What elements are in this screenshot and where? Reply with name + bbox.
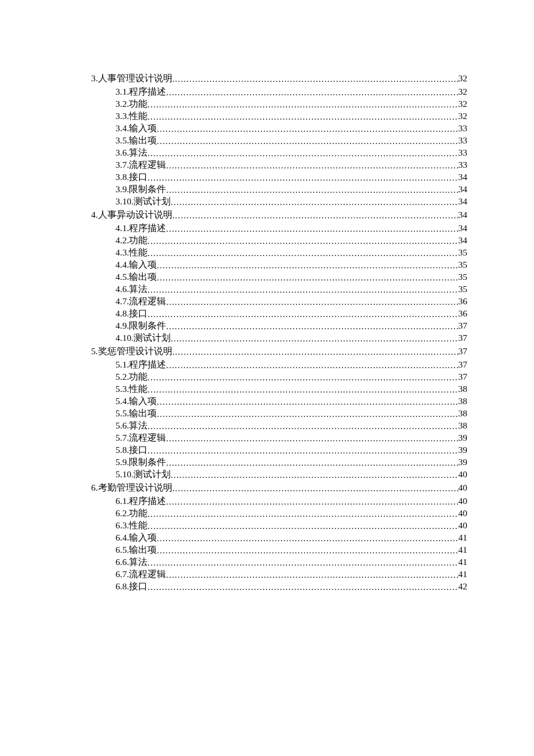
toc-entry-page: 34	[459, 185, 468, 194]
toc-leader-dots	[157, 534, 458, 543]
toc-entry: 6.5.输出项41	[67, 545, 467, 555]
toc-entry-page: 41	[459, 557, 468, 567]
toc-entry-label: 3.7.流程逻辑	[116, 160, 166, 170]
toc-entry-label: 5.奖惩管理设计说明	[91, 347, 172, 356]
toc-entry-page: 36	[459, 309, 468, 318]
toc-entry: 3.10.测试计划34	[67, 197, 467, 206]
toc-entry: 5.10.测试计划40	[67, 470, 467, 479]
toc-entry-page: 33	[459, 124, 468, 133]
toc-entry-page: 37	[459, 333, 468, 343]
toc-leader-dots	[147, 286, 458, 294]
toc-entry: 6.考勤管理设计说明40	[67, 483, 467, 492]
toc-leader-dots	[157, 410, 458, 419]
toc-entry: 4.10.测试计划37	[67, 333, 467, 343]
toc-entry-page: 37	[459, 321, 468, 330]
toc-entry-label: 3.4.输入项	[116, 124, 157, 133]
toc-leader-dots	[166, 361, 458, 370]
table-of-contents: 3.人事管理设计说明323.1.程序描述323.2.功能323.3.性能323.…	[67, 74, 467, 591]
toc-entry-label: 6.2.功能	[116, 509, 147, 518]
toc-entry-page: 34	[459, 236, 468, 245]
toc-entry-label: 5.1.程序描述	[116, 360, 166, 369]
toc-entry-label: 4.2.功能	[116, 236, 147, 245]
toc-entry-label: 4.8.接口	[116, 309, 147, 318]
toc-entry-page: 40	[459, 521, 468, 530]
toc-entry: 3.1.程序描述32	[67, 87, 467, 96]
toc-entry-page: 38	[459, 421, 468, 430]
toc-entry-page: 41	[459, 545, 468, 555]
toc-entry-label: 5.7.流程逻辑	[116, 433, 166, 442]
toc-entry-page: 41	[459, 533, 468, 542]
toc-leader-dots	[171, 198, 459, 207]
toc-entry-page: 32	[459, 99, 468, 109]
toc-entry-page: 34	[459, 210, 468, 219]
toc-entry-page: 33	[459, 136, 468, 145]
toc-leader-dots	[147, 249, 458, 258]
toc-entry: 4.7.流程逻辑36	[67, 297, 467, 306]
toc-leader-dots	[147, 174, 458, 182]
toc-entry-page: 34	[459, 197, 468, 206]
toc-entry-label: 3.1.程序描述	[116, 87, 166, 96]
toc-leader-dots	[147, 583, 458, 592]
toc-entry-label: 4.7.流程逻辑	[116, 297, 166, 306]
toc-entry-page: 40	[459, 470, 468, 479]
toc-entry-label: 3.10.测试计划	[116, 197, 171, 206]
toc-entry-label: 4.4.输入项	[116, 260, 157, 269]
toc-entry-label: 5.8.接口	[116, 445, 147, 455]
toc-entry-label: 3.5.输出项	[116, 136, 157, 145]
toc-entry: 6.8.接口42	[67, 582, 467, 591]
toc-entry: 6.1.程序描述40	[67, 496, 467, 506]
toc-entry-page: 35	[459, 272, 468, 282]
toc-leader-dots	[171, 334, 459, 343]
toc-entry: 4.6.算法35	[67, 285, 467, 294]
toc-entry-label: 4.10.测试计划	[116, 333, 171, 343]
toc-entry-label: 4.5.输出项	[116, 272, 157, 282]
toc-leader-dots	[147, 237, 458, 246]
toc-leader-dots	[166, 434, 458, 443]
toc-entry: 4.8.接口36	[67, 309, 467, 318]
toc-entry: 5.8.接口39	[67, 445, 467, 455]
toc-entry-label: 6.7.流程逻辑	[116, 570, 166, 579]
toc-entry: 3.人事管理设计说明32	[67, 74, 467, 83]
toc-leader-dots	[157, 261, 458, 270]
toc-entry-page: 33	[459, 148, 468, 157]
toc-entry-label: 3.3.性能	[116, 111, 147, 121]
toc-entry: 5.奖惩管理设计说明37	[67, 347, 467, 356]
toc-entry: 4.人事异动设计说明34	[67, 210, 467, 219]
toc-entry: 5.9.限制条件39	[67, 458, 467, 467]
toc-entry-page: 39	[459, 445, 468, 455]
toc-entry-page: 39	[459, 433, 468, 442]
toc-entry: 3.9.限制条件34	[67, 185, 467, 194]
toc-entry: 3.3.性能32	[67, 111, 467, 121]
toc-entry-label: 3.9.限制条件	[116, 185, 166, 194]
toc-entry-page: 32	[459, 87, 468, 96]
toc-entry: 5.5.输出项38	[67, 409, 467, 418]
toc-entry: 4.9.限制条件37	[67, 321, 467, 330]
toc-leader-dots	[166, 88, 458, 97]
toc-entry: 3.7.流程逻辑33	[67, 160, 467, 170]
toc-entry-label: 5.5.输出项	[116, 409, 157, 418]
toc-leader-dots	[147, 447, 458, 455]
toc-entry: 5.6.算法38	[67, 421, 467, 430]
toc-entry-label: 5.2.功能	[116, 372, 147, 381]
toc-leader-dots	[157, 398, 458, 406]
toc-entry-page: 32	[459, 111, 468, 121]
toc-entry-page: 34	[459, 172, 468, 182]
toc-entry: 6.3.性能40	[67, 521, 467, 530]
toc-entry: 3.6.算法33	[67, 148, 467, 157]
toc-leader-dots	[147, 559, 458, 567]
toc-leader-dots	[172, 211, 459, 220]
toc-entry-label: 6.3.性能	[116, 521, 147, 530]
toc-entry-page: 40	[459, 496, 468, 506]
toc-leader-dots	[147, 149, 458, 158]
toc-entry-page: 40	[459, 483, 468, 492]
toc-leader-dots	[166, 498, 458, 506]
toc-entry: 5.4.输入项38	[67, 397, 467, 406]
toc-leader-dots	[157, 137, 458, 146]
toc-entry: 5.1.程序描述37	[67, 360, 467, 369]
toc-entry-page: 38	[459, 409, 468, 418]
toc-entry-page: 37	[459, 347, 468, 356]
toc-entry-page: 35	[459, 248, 468, 257]
toc-page: 3.人事管理设计说明323.1.程序描述323.2.功能323.3.性能323.…	[0, 0, 534, 646]
toc-leader-dots	[147, 373, 458, 382]
toc-entry-label: 6.8.接口	[116, 582, 147, 591]
